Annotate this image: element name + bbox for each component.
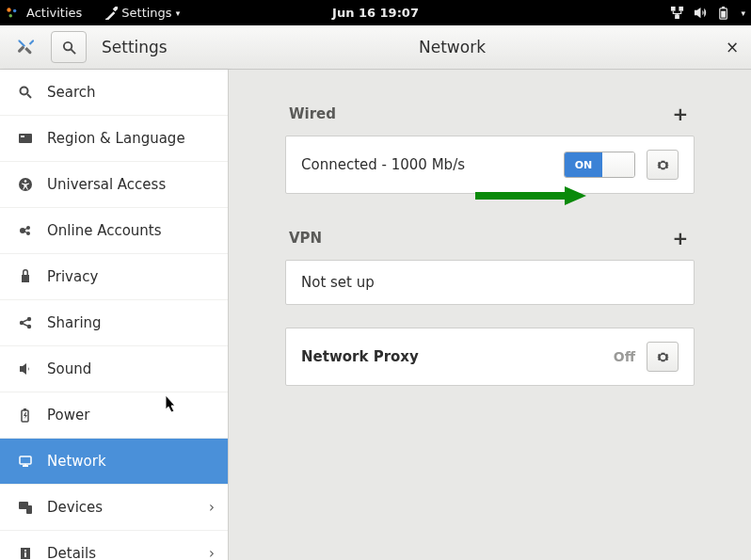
svg-line-20 (24, 229, 27, 231)
sidebar-item-network[interactable]: Network (0, 439, 228, 485)
svg-rect-7 (723, 7, 726, 8)
wired-heading: Wired (289, 105, 336, 122)
battery-icon[interactable] (717, 6, 731, 20)
svg-point-1 (13, 8, 17, 12)
gear-icon (656, 350, 670, 364)
gear-icon (656, 158, 670, 172)
volume-icon[interactable] (694, 6, 708, 20)
svg-point-17 (20, 228, 25, 233)
svg-rect-8 (722, 11, 727, 18)
settings-tools-button[interactable] (8, 31, 43, 63)
sidebar-item-label: Online Accounts (47, 222, 162, 239)
svg-rect-36 (24, 552, 26, 557)
svg-point-11 (21, 88, 28, 95)
sidebar-item-power[interactable]: Power (0, 392, 228, 439)
sidebar-item-search[interactable]: Search (0, 70, 228, 116)
svg-line-25 (24, 320, 28, 322)
gnome-top-bar: Activities Settings ▾ Jun 16 19:07 ▾ (0, 0, 751, 25)
proxy-settings-button[interactable] (647, 342, 679, 372)
search-icon (17, 84, 34, 101)
svg-rect-3 (671, 7, 676, 11)
sidebar-item-label: Details (47, 545, 96, 560)
svg-rect-14 (21, 136, 24, 137)
wired-section-header: Wired + (285, 104, 695, 136)
sidebar-item-region[interactable]: Region & Language (0, 116, 228, 162)
sidebar-item-sharing[interactable]: Sharing (0, 300, 228, 346)
svg-line-21 (24, 232, 27, 233)
svg-point-2 (9, 13, 13, 17)
plus-icon: + (673, 103, 689, 125)
add-wired-button[interactable]: + (670, 104, 691, 124)
activities-logo-icon (6, 7, 19, 20)
sidebar-item-label: Privacy (47, 268, 98, 285)
svg-rect-28 (24, 408, 26, 410)
devices-icon (17, 499, 34, 516)
vpn-section-header: VPN + (285, 228, 695, 260)
power-icon (17, 407, 34, 424)
svg-rect-35 (24, 550, 26, 552)
svg-point-24 (27, 325, 31, 328)
wrench-icon (104, 7, 118, 20)
network-icon (17, 453, 34, 470)
region-icon (17, 130, 34, 147)
sidebar-item-label: Search (47, 84, 96, 101)
app-menu[interactable]: Settings ▾ (104, 6, 180, 20)
sidebar-item-label: Devices (47, 499, 103, 516)
privacy-icon (17, 268, 34, 285)
network-proxy-row[interactable]: Network Proxy Off (285, 328, 695, 386)
svg-point-16 (24, 180, 27, 183)
chevron-down-icon: ▾ (176, 8, 181, 18)
proxy-state: Off (614, 349, 635, 364)
close-button[interactable]: × (713, 25, 751, 70)
chevron-right-icon: › (209, 545, 215, 560)
add-vpn-button[interactable]: + (670, 228, 691, 248)
plus-icon: + (673, 227, 689, 249)
wired-toggle[interactable]: ON (564, 152, 635, 178)
sidebar-item-label: Sound (47, 360, 91, 377)
close-icon: × (726, 38, 739, 56)
sidebar-item-devices[interactable]: Devices › (0, 485, 228, 531)
settings-title: Settings (94, 38, 168, 56)
sharing-icon (17, 314, 34, 331)
tools-icon (17, 39, 34, 56)
sound-icon (17, 360, 34, 377)
vpn-heading: VPN (289, 230, 322, 247)
settings-sidebar: Search Region & Language Universal Acces… (0, 70, 229, 560)
network-status-icon[interactable] (670, 6, 684, 20)
sidebar-item-online-accounts[interactable]: Online Accounts (0, 208, 228, 254)
wired-connection-row: Connected - 1000 Mb/s ON (285, 136, 695, 194)
svg-rect-33 (26, 505, 32, 514)
wired-settings-button[interactable] (647, 150, 679, 180)
sidebar-item-label: Universal Access (47, 176, 166, 193)
svg-point-9 (63, 41, 71, 49)
network-panel: Wired + Connected - 1000 Mb/s ON VPN (229, 70, 751, 560)
online-accounts-icon (17, 222, 34, 239)
proxy-heading: Network Proxy (301, 348, 419, 365)
sidebar-item-details[interactable]: Details › (0, 531, 228, 560)
sidebar-item-sound[interactable]: Sound (0, 346, 228, 392)
wired-status: Connected - 1000 Mb/s (301, 156, 465, 173)
search-icon (62, 40, 76, 55)
svg-rect-30 (23, 465, 28, 467)
panel-title: Network (229, 38, 713, 56)
toggle-on-label: ON (565, 152, 602, 177)
svg-rect-4 (679, 7, 684, 11)
chevron-down-icon: ▾ (741, 8, 745, 18)
sidebar-item-label: Network (47, 453, 106, 470)
svg-line-10 (71, 49, 75, 54)
svg-line-12 (27, 94, 31, 98)
vpn-status: Not set up (301, 274, 375, 291)
svg-rect-29 (20, 456, 31, 464)
vpn-status-row: Not set up (285, 260, 695, 305)
chevron-right-icon: › (209, 499, 215, 516)
svg-point-0 (7, 8, 10, 11)
toggle-knob (602, 152, 634, 177)
sidebar-item-universal-access[interactable]: Universal Access (0, 162, 228, 208)
activities-button[interactable]: Activities (26, 6, 82, 20)
sidebar-item-label: Region & Language (47, 130, 185, 147)
search-button[interactable] (51, 31, 87, 63)
details-icon (17, 545, 34, 560)
sidebar-item-label: Sharing (47, 314, 102, 331)
svg-line-26 (24, 324, 28, 326)
sidebar-item-privacy[interactable]: Privacy (0, 254, 228, 300)
